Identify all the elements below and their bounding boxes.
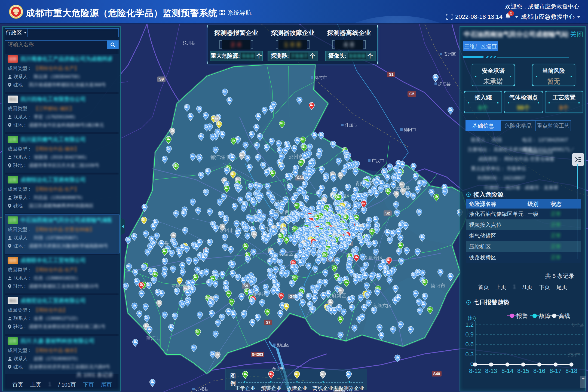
svg-text:8-18: 8-18 bbox=[565, 367, 577, 374]
svg-text:德阳市: 德阳市 bbox=[404, 127, 416, 132]
svg-text:S1: S1 bbox=[389, 72, 393, 76]
svg-text:都江堰市: 都江堰市 bbox=[210, 155, 230, 160]
svg-text:8-15: 8-15 bbox=[517, 367, 529, 374]
svg-text:离线: 离线 bbox=[559, 313, 570, 319]
svg-text:S2: S2 bbox=[385, 211, 390, 215]
svg-text:S9: S9 bbox=[243, 284, 248, 288]
svg-text:什邡市: 什邡市 bbox=[345, 123, 357, 127]
svg-text:广汉市: 广汉市 bbox=[372, 158, 384, 163]
svg-text:8-16: 8-16 bbox=[533, 367, 545, 374]
svg-text:丹棱县: 丹棱县 bbox=[196, 387, 208, 391]
svg-text:1.2: 1.2 bbox=[465, 321, 474, 328]
svg-text:罗江县: 罗江县 bbox=[438, 81, 451, 86]
svg-text:简阳市: 简阳市 bbox=[431, 283, 445, 289]
svg-text:0.3: 0.3 bbox=[465, 351, 474, 358]
svg-text:报警: 报警 bbox=[516, 313, 528, 319]
svg-text:0.6: 0.6 bbox=[465, 341, 474, 348]
svg-text:汶川县: 汶川县 bbox=[183, 41, 195, 45]
svg-text:G5: G5 bbox=[409, 92, 415, 96]
svg-text:8-13: 8-13 bbox=[485, 367, 497, 374]
svg-text:8-17: 8-17 bbox=[550, 367, 562, 374]
svg-text:G4203: G4203 bbox=[252, 352, 263, 357]
svg-text:绵竹市: 绵竹市 bbox=[314, 75, 327, 80]
svg-text:8-14: 8-14 bbox=[501, 367, 513, 374]
svg-text:安州区: 安州区 bbox=[444, 52, 456, 56]
svg-text:S7: S7 bbox=[266, 320, 270, 324]
svg-text:S9: S9 bbox=[159, 77, 164, 81]
svg-text:彭山区: 彭山区 bbox=[277, 342, 289, 347]
svg-text:蒲江县: 蒲江县 bbox=[146, 335, 161, 341]
svg-text:S40: S40 bbox=[433, 372, 440, 376]
svg-text:(起): (起) bbox=[468, 315, 476, 321]
svg-text:故障: 故障 bbox=[539, 313, 550, 319]
svg-text:XA0: XA0 bbox=[296, 176, 304, 180]
svg-text:龙泉驿区: 龙泉驿区 bbox=[363, 255, 383, 261]
svg-text:8-12: 8-12 bbox=[469, 367, 481, 374]
svg-text:0.9: 0.9 bbox=[465, 331, 474, 338]
